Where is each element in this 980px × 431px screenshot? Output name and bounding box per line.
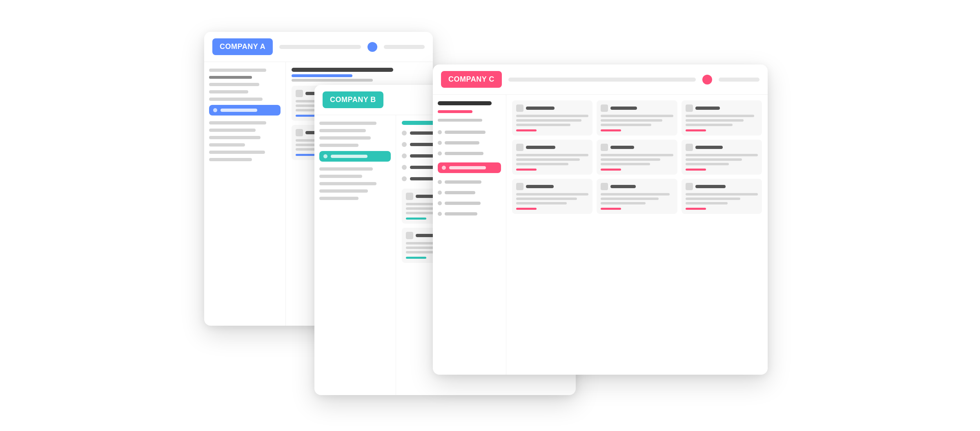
card-a-subtitle-accent [292,74,352,77]
mini-accent-c4 [516,169,537,171]
sidebar-b-line-3 [319,136,371,140]
list-line-b3 [410,154,434,158]
sidebar-c-line-1 [445,131,486,134]
mini-accent-b1 [406,218,426,220]
mini-card-c5 [597,140,677,175]
sidebar-line-3 [209,83,259,86]
mini-card-c9-header [686,183,758,190]
mini-line-c9-1 [686,193,758,196]
mini-line-c3-3 [686,124,733,126]
sidebar-c-line-6 [445,202,481,205]
sidebar-b-line-4 [319,144,359,147]
sidebar-active-label-c [449,166,486,169]
sidebar-active-dot [213,108,217,112]
mini-card-c1-header [516,104,588,112]
mini-dot-b1 [406,193,413,200]
mini-card-c4 [512,140,592,175]
list-dot-b5 [402,176,407,181]
mini-line-c8-2 [601,198,659,200]
sidebar-c-item-1 [438,129,501,136]
sidebar-c-dot-1 [438,130,442,134]
card-c-main [506,95,768,375]
card-a-title [292,68,393,72]
card-c-body [433,95,768,375]
sidebar-line-4 [209,90,248,93]
mini-card-c7-header [516,183,588,190]
list-dot-b4 [402,165,407,170]
mini-dot-b3 [406,232,413,239]
mini-line-c5-3 [601,163,650,165]
mini-line-c8-3 [601,202,646,204]
mini-title-c8 [610,185,636,188]
card-a-content-header [292,68,427,82]
mini-line-c1-3 [516,124,570,126]
sidebar-c-dot-7 [438,212,442,216]
sidebar-active-item-a[interactable] [209,105,281,116]
mini-line-c6-1 [686,154,758,156]
mini-card-c2 [597,100,677,136]
mini-card-c8 [597,179,677,214]
sidebar-line-2 [209,76,252,79]
mini-card-c1 [512,100,592,136]
mini-dot-a3 [296,129,303,136]
sidebar-b-line-9 [319,197,359,200]
mini-line-c4-3 [516,163,568,165]
sidebar-active-dot-c [442,166,446,170]
sidebar-line-8 [209,136,261,139]
sidebar-c-dot-2 [438,141,442,145]
header-bar-a [279,45,361,49]
sidebar-c-dot-3 [438,151,442,156]
mini-card-c3-header [686,104,758,112]
mini-accent-a1 [296,115,316,117]
sidebar-c-item-7 [438,211,501,217]
mini-card-c3 [682,100,762,136]
card-a-subtitle-gray [292,79,373,82]
mini-dot-c9 [686,183,693,190]
company-a-badge: COMPANY A [212,38,273,55]
sidebar-b-line-8 [319,189,368,193]
mini-title-c9 [695,185,726,188]
sidebar-c-accent [438,110,472,113]
card-a-sidebar [204,62,286,326]
sidebar-c-item-2 [438,140,501,146]
mini-accent-c6 [686,169,706,171]
sidebar-active-item-c[interactable] [438,162,501,173]
card-b-sidebar [314,115,396,395]
sidebar-c-line-4 [445,180,481,184]
mini-accent-c5 [601,169,621,171]
mini-title-c5 [610,146,634,149]
card-c-header: COMPANY C [433,64,768,95]
sidebar-active-label-b [331,155,368,158]
mini-line-c3-2 [686,119,744,122]
sidebar-c-dot-6 [438,201,442,205]
mini-dot-c5 [601,144,608,151]
mini-line-c2-1 [601,115,673,117]
mini-accent-a3 [296,154,316,156]
mini-dot-c2 [601,104,608,112]
mini-card-c8-header [601,183,673,190]
mini-line-c4-2 [516,158,580,161]
sidebar-line-9 [209,143,245,147]
mini-card-c9 [682,179,762,214]
list-dot-b3 [402,153,407,158]
mini-accent-c8 [601,208,621,210]
sidebar-c-item-4 [438,179,501,185]
mini-title-c1 [526,107,555,110]
sidebar-active-item-b[interactable] [319,151,391,162]
sidebar-line-6 [209,121,266,124]
mini-line-c2-2 [601,119,662,122]
mini-card-c6-header [686,144,758,151]
sidebar-active-label [220,109,257,112]
mini-line-c7-3 [516,202,567,204]
sidebar-b-line-1 [319,122,376,125]
list-dot-b2 [402,142,407,147]
mini-line-c5-1 [601,154,673,156]
mini-line-c7-2 [516,198,577,200]
mini-line-c6-2 [686,158,742,161]
company-c-badge: COMPANY C [441,71,502,88]
header-tag-a [384,45,425,49]
mini-dot-c8 [601,183,608,190]
mini-line-c9-3 [686,202,728,204]
mini-dot-c3 [686,104,693,112]
header-tag-c [719,78,760,82]
